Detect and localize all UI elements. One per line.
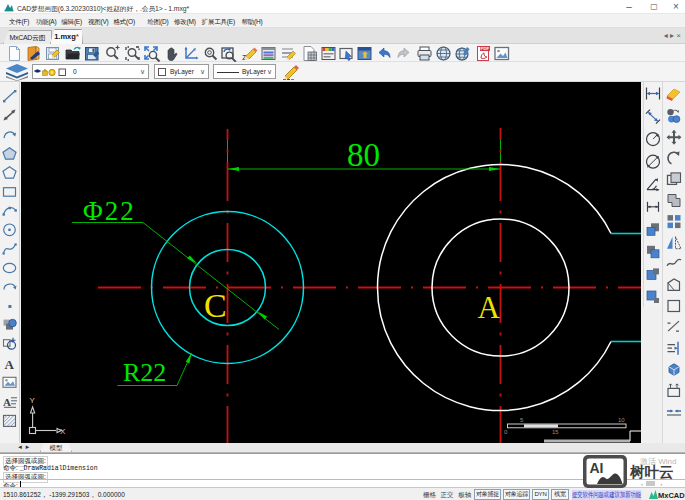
svg-text:0: 0 — [504, 429, 508, 435]
svg-text:AI: AI — [590, 460, 604, 476]
svg-text:R22: R22 — [123, 358, 166, 387]
svg-text:Φ22: Φ22 — [83, 196, 136, 226]
svg-text:80: 80 — [347, 137, 380, 173]
svg-text:C: C — [204, 287, 227, 324]
svg-text:A: A — [478, 290, 501, 325]
svg-text:Y: Y — [30, 396, 36, 405]
svg-text:15: 15 — [552, 429, 559, 435]
svg-text:10: 10 — [618, 417, 625, 423]
svg-text:PDF: PDF — [481, 46, 490, 51]
svg-text:X: X — [60, 427, 66, 436]
svg-text:A: A — [5, 357, 15, 372]
svg-text:5: 5 — [520, 417, 524, 423]
svg-text:A: A — [3, 396, 11, 408]
